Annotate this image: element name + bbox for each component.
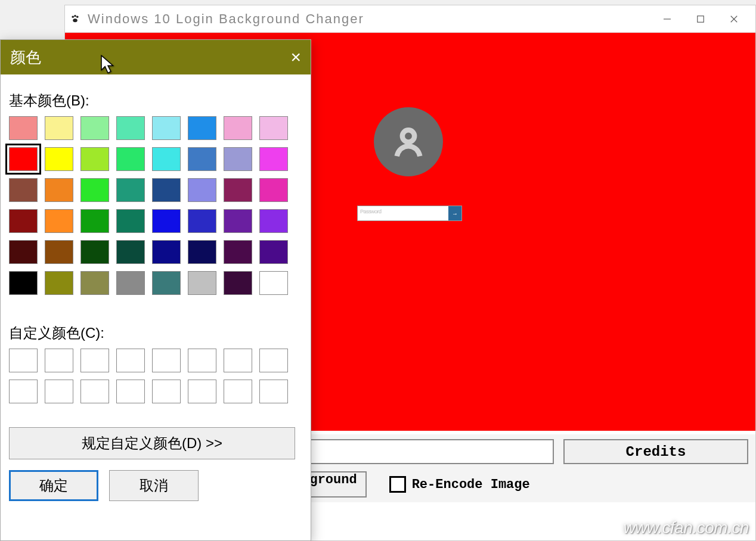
- custom-color-slot[interactable]: [188, 349, 216, 372]
- basic-color-swatch[interactable]: [45, 116, 73, 140]
- basic-color-swatch[interactable]: [188, 240, 216, 264]
- define-custom-colors-button[interactable]: 规定自定义颜色(D) >>: [9, 427, 295, 459]
- basic-color-swatch[interactable]: [45, 240, 73, 264]
- basic-color-swatch[interactable]: [116, 178, 145, 202]
- basic-color-swatch[interactable]: [9, 147, 38, 171]
- basic-color-swatch[interactable]: [9, 116, 38, 140]
- custom-color-slot[interactable]: [259, 380, 288, 403]
- main-window-title: Windows 10 Login Background Changer: [88, 11, 650, 27]
- credits-button[interactable]: Credits: [563, 439, 748, 464]
- basic-color-swatch[interactable]: [116, 271, 145, 295]
- svg-point-8: [402, 130, 414, 142]
- reencode-checkbox[interactable]: [389, 476, 406, 493]
- color-dialog-title: 颜色: [10, 47, 290, 68]
- basic-color-swatch[interactable]: [9, 240, 38, 264]
- basic-color-swatch[interactable]: [116, 240, 145, 264]
- basic-color-swatch[interactable]: [80, 271, 109, 295]
- basic-color-swatch[interactable]: [45, 178, 73, 202]
- basic-color-swatch[interactable]: [188, 116, 216, 140]
- basic-color-swatch[interactable]: [188, 209, 216, 233]
- basic-color-swatch[interactable]: [152, 116, 181, 140]
- maximize-button[interactable]: [684, 6, 717, 32]
- color-dialog: 颜色 × 基本颜色(B): 自定义颜色(C): 规定自定义颜色(D) >> 确定…: [0, 39, 311, 541]
- basic-colors-grid: [9, 116, 302, 295]
- basic-color-swatch[interactable]: [116, 209, 145, 233]
- basic-color-swatch[interactable]: [224, 271, 252, 295]
- basic-color-swatch[interactable]: [259, 209, 288, 233]
- svg-rect-5: [698, 15, 704, 22]
- basic-color-swatch[interactable]: [45, 209, 73, 233]
- submit-arrow-icon: →: [448, 206, 461, 220]
- basic-color-swatch[interactable]: [9, 178, 38, 202]
- basic-color-swatch[interactable]: [224, 240, 252, 264]
- password-placeholder: Password: [358, 206, 448, 220]
- basic-color-swatch[interactable]: [80, 147, 109, 171]
- basic-color-swatch[interactable]: [45, 147, 73, 171]
- custom-color-slot[interactable]: [116, 380, 145, 403]
- basic-color-swatch[interactable]: [224, 209, 252, 233]
- basic-color-swatch[interactable]: [152, 271, 181, 295]
- custom-color-slot[interactable]: [45, 380, 73, 403]
- basic-color-swatch[interactable]: [80, 116, 109, 140]
- svg-point-3: [73, 18, 78, 22]
- svg-point-2: [76, 15, 79, 18]
- basic-color-swatch[interactable]: [224, 178, 252, 202]
- custom-color-slot[interactable]: [152, 349, 181, 372]
- basic-color-swatch[interactable]: [259, 147, 288, 171]
- avatar-icon: [374, 107, 443, 176]
- basic-color-swatch[interactable]: [259, 116, 288, 140]
- minimize-button[interactable]: [650, 6, 684, 32]
- custom-colors-grid: [9, 349, 302, 403]
- custom-color-slot[interactable]: [45, 349, 73, 372]
- basic-color-swatch[interactable]: [188, 271, 216, 295]
- basic-color-swatch[interactable]: [116, 116, 145, 140]
- basic-color-swatch[interactable]: [152, 178, 181, 202]
- color-dialog-titlebar[interactable]: 颜色 ×: [1, 40, 311, 74]
- reencode-label: Re-Encode Image: [412, 477, 530, 492]
- custom-color-slot[interactable]: [80, 349, 109, 372]
- svg-point-1: [74, 14, 76, 17]
- basic-color-swatch[interactable]: [116, 147, 145, 171]
- basic-color-swatch[interactable]: [224, 116, 252, 140]
- custom-color-slot[interactable]: [152, 380, 181, 403]
- custom-color-slot[interactable]: [188, 380, 216, 403]
- custom-color-slot[interactable]: [224, 380, 252, 403]
- color-dialog-close-icon[interactable]: ×: [290, 47, 301, 67]
- basic-color-swatch[interactable]: [9, 271, 38, 295]
- basic-color-swatch[interactable]: [80, 178, 109, 202]
- basic-color-swatch[interactable]: [80, 240, 109, 264]
- custom-color-slot[interactable]: [80, 380, 109, 403]
- basic-color-swatch[interactable]: [259, 271, 288, 295]
- close-button[interactable]: [717, 6, 751, 32]
- basic-color-swatch[interactable]: [259, 178, 288, 202]
- basic-color-swatch[interactable]: [152, 147, 181, 171]
- main-titlebar[interactable]: Windows 10 Login Background Changer: [65, 5, 755, 33]
- custom-color-slot[interactable]: [116, 349, 145, 372]
- svg-point-0: [72, 15, 74, 18]
- window-controls: [650, 6, 751, 32]
- ok-button[interactable]: 确定: [9, 470, 98, 501]
- app-paw-icon: [70, 14, 80, 24]
- basic-color-swatch[interactable]: [152, 209, 181, 233]
- basic-color-swatch[interactable]: [259, 240, 288, 264]
- custom-color-slot[interactable]: [259, 349, 288, 372]
- basic-color-swatch[interactable]: [80, 209, 109, 233]
- basic-color-swatch[interactable]: [188, 178, 216, 202]
- basic-color-swatch[interactable]: [152, 240, 181, 264]
- basic-color-swatch[interactable]: [45, 271, 73, 295]
- basic-colors-label: 基本颜色(B):: [9, 91, 302, 110]
- basic-color-swatch[interactable]: [9, 209, 38, 233]
- reencode-option[interactable]: Re-Encode Image: [389, 476, 530, 493]
- custom-color-slot[interactable]: [9, 380, 38, 403]
- basic-color-swatch[interactable]: [224, 147, 252, 171]
- custom-color-slot[interactable]: [9, 349, 38, 372]
- cancel-button[interactable]: 取消: [109, 470, 199, 501]
- custom-color-slot[interactable]: [224, 349, 252, 372]
- basic-color-swatch[interactable]: [188, 147, 216, 171]
- custom-colors-label: 自定义颜色(C):: [9, 324, 302, 343]
- password-field-preview: Password →: [357, 206, 462, 221]
